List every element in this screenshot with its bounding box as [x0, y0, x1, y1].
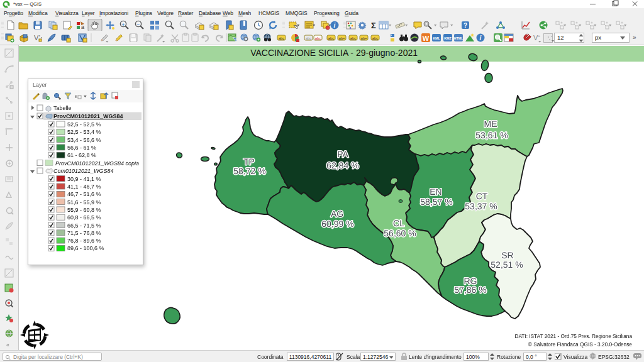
svg-text:«: «	[6, 342, 9, 348]
svg-text:Tabelle: Tabelle	[53, 105, 72, 111]
svg-text:58,72 %: 58,72 %	[233, 166, 265, 176]
svg-text:TP: TP	[243, 156, 255, 167]
svg-text:55,9 - 60,8 %: 55,9 - 60,8 %	[67, 207, 101, 213]
svg-text:abc: abc	[328, 36, 335, 40]
svg-text:ME: ME	[484, 119, 497, 129]
svg-text:−: −	[136, 22, 140, 28]
svg-text:ab+: ab+	[360, 36, 367, 40]
svg-text:abc: abc	[350, 36, 357, 40]
svg-text:76,8 - 89,6 %: 76,8 - 89,6 %	[67, 238, 101, 244]
svg-text:52,5 - 52,5 %: 52,5 - 52,5 %	[67, 121, 101, 128]
svg-text:52,51 %: 52,51 %	[491, 260, 523, 270]
svg-text:AG: AG	[331, 209, 343, 219]
svg-text:ProvCM01012021_WGS84: ProvCM01012021_WGS84	[53, 113, 123, 119]
svg-text:V: V	[533, 34, 538, 41]
svg-text:56,60 %: 56,60 %	[384, 228, 416, 238]
svg-text:V: V	[34, 34, 39, 41]
svg-text:+: +	[121, 22, 125, 28]
svg-text:i: i	[334, 22, 336, 29]
svg-text:66,5 - 71,5 %: 66,5 - 71,5 %	[67, 222, 101, 229]
svg-text:KML: KML	[433, 36, 440, 40]
svg-text:abc: abc	[372, 36, 379, 40]
svg-text:?: ?	[464, 22, 467, 29]
svg-text:W: W	[423, 35, 430, 42]
svg-text:30,9 - 41,1 %: 30,9 - 41,1 %	[67, 176, 101, 182]
svg-text:HTML: HTML	[454, 36, 464, 40]
svg-text:46,7 - 51,6 %: 46,7 - 51,6 %	[67, 191, 101, 197]
svg-text:53,4 - 56,6 %: 53,4 - 56,6 %	[67, 137, 101, 143]
svg-text:53,61 %: 53,61 %	[475, 130, 508, 140]
svg-text:58,57 %: 58,57 %	[420, 197, 452, 207]
svg-text:CL: CL	[393, 218, 404, 228]
svg-text:60,8 - 66,5 %: 60,8 - 66,5 %	[67, 214, 101, 221]
svg-text:62,84 %: 62,84 %	[326, 160, 358, 170]
svg-text:abc: abc	[279, 36, 285, 40]
svg-text:57,86 %: 57,86 %	[454, 285, 486, 295]
svg-text:41,1 - 46,7 %: 41,1 - 46,7 %	[67, 184, 101, 190]
svg-text:CT: CT	[476, 191, 488, 201]
svg-text:ProvCM01012021_WGS84 copia: ProvCM01012021_WGS84 copia	[55, 160, 139, 167]
svg-text:PA: PA	[337, 149, 348, 159]
svg-text:ε: ε	[75, 93, 77, 99]
svg-text:61 - 62,8 %: 61 - 62,8 %	[67, 152, 96, 158]
svg-text:56,6 - 61 %: 56,6 - 61 %	[67, 145, 96, 151]
svg-text:52,5 - 53,4 %: 52,5 - 53,4 %	[67, 129, 101, 135]
svg-text:SR: SR	[501, 250, 513, 260]
svg-text:51,6 - 55,9 %: 51,6 - 55,9 %	[67, 199, 101, 206]
svg-text:60,99 %: 60,99 %	[321, 219, 353, 229]
svg-text:53,37 %: 53,37 %	[465, 201, 497, 211]
svg-text:abc: abc	[315, 36, 321, 40]
svg-text:ab×: ab×	[338, 36, 345, 40]
svg-text:EN: EN	[430, 187, 441, 197]
svg-text:abc: abc	[306, 36, 312, 40]
svg-text:Com01012021_WGS84: Com01012021_WGS84	[53, 168, 114, 174]
svg-text:71,5 - 76,8 %: 71,5 - 76,8 %	[67, 230, 101, 236]
svg-text:KMZ: KMZ	[444, 36, 452, 40]
svg-text:Σ: Σ	[371, 21, 376, 30]
svg-text:89,6 - 100,6 %: 89,6 - 100,6 %	[67, 245, 104, 251]
svg-text:i: i	[480, 35, 482, 41]
